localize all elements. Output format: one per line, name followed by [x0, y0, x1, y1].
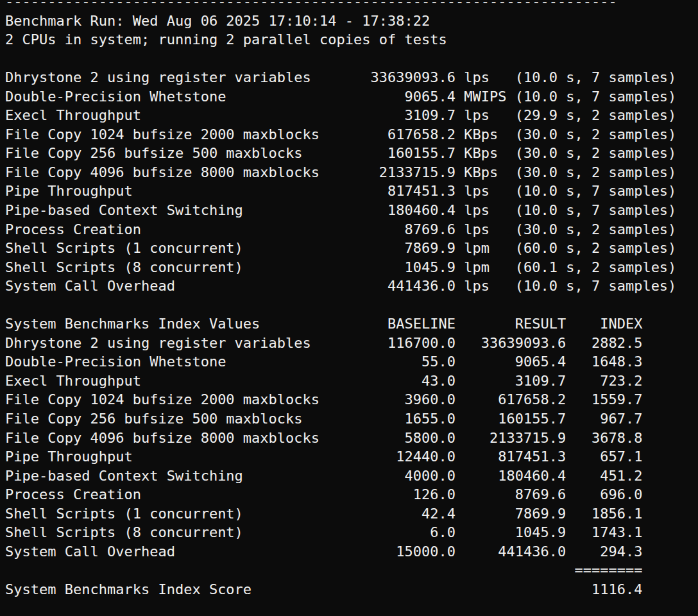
blank-line: [5, 49, 698, 69]
index-row: File Copy 4096 bufsize 8000 maxblocks 58…: [5, 429, 698, 448]
index-row: File Copy 256 bufsize 500 maxblocks 1655…: [5, 409, 698, 429]
result-row: Dhrystone 2 using register variables 336…: [5, 68, 698, 87]
index-row: Double-Precision Whetstone 55.0 9065.4 1…: [5, 352, 698, 372]
result-row: File Copy 1024 bufsize 2000 maxblocks 61…: [5, 125, 698, 144]
score-row: System Benchmarks Index Score 1116.4: [5, 580, 698, 599]
index-row: Execl Throughput 43.0 3109.7 723.2: [5, 372, 698, 391]
result-row: Shell Scripts (1 concurrent) 7869.9 lpm …: [5, 239, 698, 258]
cpu-info-line: 2 CPUs in system; running 2 parallel cop…: [5, 30, 698, 49]
result-row: Process Creation 8769.6 lps (30.0 s, 2 s…: [5, 220, 698, 239]
result-row: Double-Precision Whetstone 9065.4 MWIPS …: [5, 87, 698, 107]
benchmark-run-line: Benchmark Run: Wed Aug 06 2025 17:10:14 …: [5, 12, 698, 31]
index-row: Pipe-based Context Switching 4000.0 1804…: [5, 466, 698, 486]
index-row: Pipe Throughput 12440.0 817451.3 657.1: [5, 447, 698, 466]
index-row: Dhrystone 2 using register variables 116…: [5, 334, 698, 353]
result-row: File Copy 4096 bufsize 8000 maxblocks 21…: [5, 163, 698, 182]
index-row: Shell Scripts (8 concurrent) 6.0 1045.9 …: [5, 523, 698, 542]
result-row: File Copy 256 bufsize 500 maxblocks 1601…: [5, 144, 698, 163]
index-row: Shell Scripts (1 concurrent) 42.4 7869.9…: [5, 504, 698, 524]
index-header-row: System Benchmarks Index Values BASELINE …: [5, 314, 698, 334]
separator-line: ----------------------------------------…: [5, 0, 698, 12]
terminal-output: ----------------------------------------…: [0, 0, 698, 599]
index-row: System Call Overhead 15000.0 441436.0 29…: [5, 542, 698, 561]
index-row: File Copy 1024 bufsize 2000 maxblocks 39…: [5, 390, 698, 409]
terminal-window[interactable]: ----------------------------------------…: [0, 0, 698, 616]
score-separator-line: ========: [5, 561, 698, 580]
blank-line: [5, 296, 698, 315]
result-row: Execl Throughput 3109.7 lps (29.9 s, 2 s…: [5, 106, 698, 125]
index-row: Process Creation 126.0 8769.6 696.0: [5, 485, 698, 504]
result-row: Shell Scripts (8 concurrent) 1045.9 lpm …: [5, 258, 698, 277]
result-row: Pipe Throughput 817451.3 lps (10.0 s, 7 …: [5, 182, 698, 201]
result-row: System Call Overhead 441436.0 lps (10.0 …: [5, 277, 698, 296]
result-row: Pipe-based Context Switching 180460.4 lp…: [5, 201, 698, 220]
